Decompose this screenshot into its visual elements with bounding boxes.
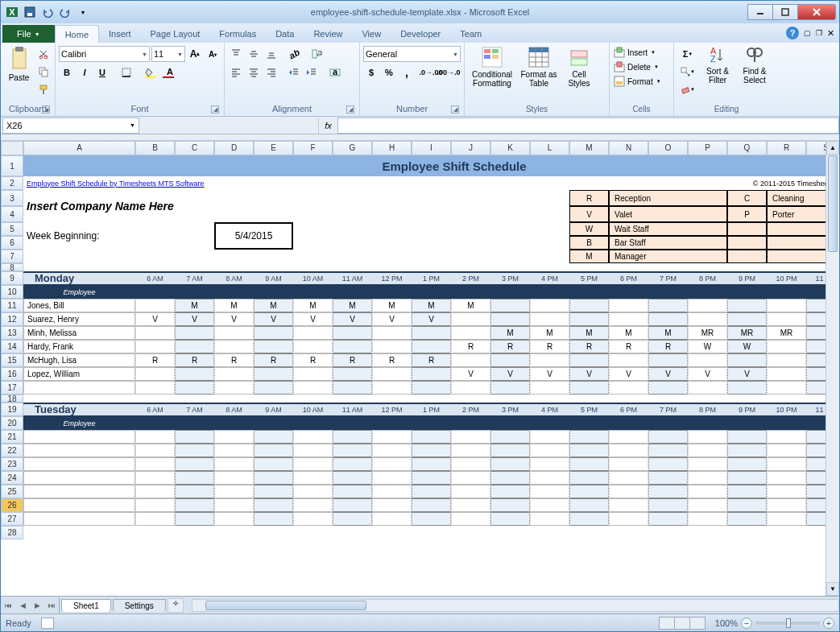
shift-cell[interactable]	[609, 457, 648, 471]
time-header[interactable]: 5 PM	[569, 403, 609, 416]
employee-name[interactable]	[23, 444, 135, 457]
time-header[interactable]: 9 AM	[254, 271, 293, 285]
excel-icon[interactable]: X	[4, 4, 20, 20]
shift-cell[interactable]	[214, 367, 254, 381]
number-format-combo[interactable]: General▼	[363, 46, 461, 62]
shift-cell[interactable]	[648, 299, 688, 312]
shift-cell[interactable]	[175, 471, 214, 485]
shift-cell[interactable]: M	[490, 326, 530, 340]
time-header[interactable]: 10 AM	[293, 271, 333, 285]
shift-cell[interactable]	[767, 471, 806, 485]
shift-cell[interactable]	[609, 312, 648, 326]
shift-cell[interactable]	[214, 340, 254, 353]
cell[interactable]	[23, 416, 839, 430]
accounting-format-icon[interactable]: $	[363, 64, 379, 81]
delete-cells-button[interactable]: Delete▼	[613, 60, 661, 73]
legend-desc[interactable]: Manager	[609, 250, 727, 263]
sort-filter-button[interactable]: AZSort & Filter	[700, 44, 735, 86]
copyright[interactable]: © 2011-2015 Timesheets MTS Software	[648, 176, 839, 190]
shift-cell[interactable]	[333, 457, 372, 471]
horizontal-scrollbar[interactable]	[192, 599, 839, 612]
column-header[interactable]: G	[333, 141, 372, 155]
shift-cell[interactable]	[333, 430, 372, 444]
shift-cell[interactable]	[767, 444, 806, 457]
shift-cell[interactable]	[214, 498, 254, 512]
row-header[interactable]: 13	[1, 326, 23, 340]
file-tab[interactable]: File▼	[2, 25, 55, 43]
format-cells-button[interactable]: Format▼	[613, 75, 661, 88]
time-header[interactable]: 11 AM	[333, 271, 372, 285]
shift-cell[interactable]	[727, 444, 767, 457]
shift-cell[interactable]: M	[254, 299, 293, 312]
ribbon-tab-data[interactable]: Data	[266, 25, 304, 43]
shift-cell[interactable]	[254, 498, 293, 512]
shift-cell[interactable]	[135, 485, 175, 498]
time-header[interactable]: 12 PM	[372, 271, 412, 285]
time-header[interactable]: 7 PM	[648, 403, 688, 416]
shift-cell[interactable]: R	[254, 353, 293, 367]
cell[interactable]	[23, 285, 839, 299]
shift-cell[interactable]	[569, 353, 609, 367]
column-header[interactable]: I	[412, 141, 451, 155]
scrollbar-thumb[interactable]	[205, 601, 366, 610]
shift-cell[interactable]: R	[530, 340, 569, 353]
zoom-in-button[interactable]: +	[823, 618, 834, 629]
shift-cell[interactable]: V	[648, 367, 688, 381]
shift-cell[interactable]	[214, 485, 254, 498]
shift-cell[interactable]	[372, 485, 412, 498]
shift-cell[interactable]: W	[688, 340, 727, 353]
legend-code[interactable]: P	[727, 206, 767, 222]
column-header[interactable]: C	[175, 141, 214, 155]
align-left-icon[interactable]	[228, 64, 244, 81]
tab-nav-first-icon[interactable]: ⏮	[1, 597, 15, 613]
shift-cell[interactable]	[490, 512, 530, 526]
shift-cell[interactable]	[254, 340, 293, 353]
scroll-up-icon[interactable]: ▲	[826, 141, 839, 155]
dialog-launcher-icon[interactable]: ◢	[211, 105, 219, 114]
shift-cell[interactable]: M	[333, 299, 372, 312]
ribbon-tab-page-layout[interactable]: Page Layout	[141, 25, 210, 43]
formula-input[interactable]	[337, 118, 839, 134]
cell-styles-button[interactable]: Cell Styles	[561, 44, 597, 89]
time-header[interactable]: 3 PM	[490, 271, 530, 285]
shift-cell[interactable]	[727, 312, 767, 326]
time-header[interactable]: 8 AM	[214, 271, 254, 285]
shift-cell[interactable]	[530, 353, 569, 367]
legend-code[interactable]	[727, 250, 767, 263]
shift-cell[interactable]	[609, 485, 648, 498]
shift-cell[interactable]	[175, 498, 214, 512]
shift-cell[interactable]: R	[175, 353, 214, 367]
shift-cell[interactable]	[490, 430, 530, 444]
grow-font-icon[interactable]: A▴	[187, 46, 203, 62]
shift-cell[interactable]	[293, 457, 333, 471]
shift-cell[interactable]	[412, 340, 451, 353]
shift-cell[interactable]	[490, 485, 530, 498]
employee-name[interactable]	[23, 485, 135, 498]
shift-cell[interactable]	[569, 299, 609, 312]
row-header[interactable]: 3	[1, 190, 23, 206]
shift-cell[interactable]	[530, 381, 569, 394]
shift-cell[interactable]	[135, 457, 175, 471]
employee-name[interactable]	[23, 498, 135, 512]
shift-cell[interactable]	[135, 498, 175, 512]
week-label[interactable]: Week Beginning:	[23, 222, 214, 250]
column-header[interactable]: P	[688, 141, 727, 155]
shift-cell[interactable]	[569, 430, 609, 444]
row-header[interactable]: 26	[1, 498, 23, 512]
dialog-launcher-icon[interactable]: ◢	[451, 105, 459, 114]
shift-cell[interactable]	[451, 498, 490, 512]
employee-name[interactable]: Minh, Melissa	[23, 326, 135, 340]
time-header[interactable]: 9 AM	[254, 403, 293, 416]
shift-cell[interactable]	[293, 512, 333, 526]
row-header[interactable]: 23	[1, 457, 23, 471]
time-header[interactable]: 2 PM	[451, 271, 490, 285]
shift-cell[interactable]	[609, 512, 648, 526]
percent-format-icon[interactable]: %	[381, 64, 397, 81]
align-right-icon[interactable]	[263, 64, 279, 81]
scroll-down-icon[interactable]: ▼	[826, 582, 839, 596]
column-header[interactable]: L	[530, 141, 569, 155]
shift-cell[interactable]	[648, 498, 688, 512]
spreadsheet-grid[interactable]: ABCDEFGHIJKLMNOPQRST12345678910111213141…	[1, 141, 839, 596]
shift-cell[interactable]	[530, 299, 569, 312]
employee-name[interactable]: Suarez, Henry	[23, 312, 135, 326]
